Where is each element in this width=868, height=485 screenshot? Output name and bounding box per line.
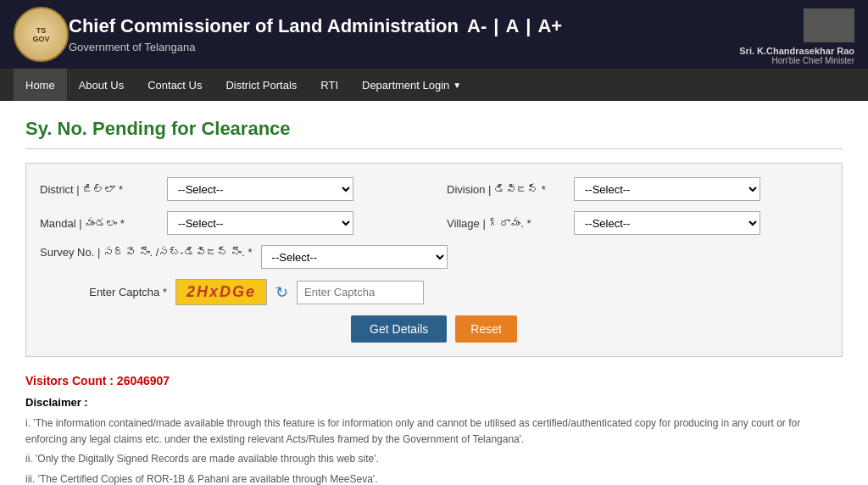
- navbar: Home About Us Contact Us District Portal…: [0, 69, 868, 101]
- official-title: Hon'ble Chief Minister: [739, 56, 854, 65]
- font-small-button[interactable]: A-: [467, 15, 487, 37]
- nav-district-portals[interactable]: District Portals: [214, 69, 309, 101]
- captcha-label: Enter Captcha *: [57, 286, 167, 298]
- disclaimer-text: i. 'The information contained/made avail…: [25, 415, 843, 485]
- form-row-3: Survey No. | సర్వే నెం. /సబ్-డివిజన్ నెం…: [40, 245, 828, 269]
- page-title: Sy. No. Pending for Clearance: [25, 118, 843, 149]
- division-group: Division | డివిజన్ * --Select--: [447, 177, 828, 201]
- nav-home[interactable]: Home: [14, 69, 67, 101]
- disclaimer-title: Disclaimer :: [25, 396, 843, 409]
- disclaimer-line-1: i. 'The information contained/made avail…: [25, 415, 843, 448]
- logo: TSGOV: [14, 7, 69, 62]
- main-content: Sy. No. Pending for Clearance District |…: [0, 101, 868, 485]
- official-photo: [804, 8, 854, 42]
- visitors-count: Visitors Count : 26046907: [25, 374, 843, 387]
- get-details-button[interactable]: Get Details: [351, 315, 447, 343]
- dropdown-arrow-icon: ▼: [453, 81, 461, 90]
- mandal-select[interactable]: --Select--: [167, 211, 353, 235]
- division-label: Division | డివిజన్ *: [447, 183, 565, 196]
- survey-label: Survey No. | సర్వే నెం. /సబ్-డివిజన్ నెం…: [40, 245, 253, 260]
- logo-text: TSGOV: [32, 26, 49, 43]
- district-label: District | జిల్లా *: [40, 183, 159, 196]
- village-select[interactable]: --Select--: [574, 211, 760, 235]
- search-form: District | జిల్లా * --Select-- Division …: [25, 163, 843, 357]
- district-group: District | జిల్లా * --Select--: [40, 177, 421, 201]
- mandal-label: Mandal | మండలం *: [40, 217, 159, 230]
- district-select[interactable]: --Select--: [167, 177, 353, 201]
- font-normal-button[interactable]: A: [505, 15, 519, 37]
- site-title: Chief Commissioner of Land Administratio…: [69, 15, 854, 37]
- nav-contact[interactable]: Contact Us: [136, 69, 214, 101]
- nav-rti[interactable]: RTI: [309, 69, 350, 101]
- captcha-input[interactable]: [297, 281, 424, 304]
- nav-dept-login[interactable]: Department Login ▼: [350, 69, 473, 101]
- disclaimer-line-2: ii. 'Only the Digitally Signed Records a…: [25, 451, 843, 467]
- captcha-image: 2HxDGe: [175, 279, 267, 305]
- header: TSGOV Chief Commissioner of Land Adminis…: [0, 0, 868, 69]
- disclaimer-line-3: iii. 'The Certified Copies of ROR-1B & P…: [25, 471, 843, 485]
- survey-group: Survey No. | సర్వే నెం. /సబ్-డివిజన్ నెం…: [40, 245, 828, 269]
- division-select[interactable]: --Select--: [574, 177, 760, 201]
- title-text: Chief Commissioner of Land Administratio…: [69, 15, 459, 37]
- captcha-refresh-icon[interactable]: ↻: [275, 283, 288, 302]
- village-group: Village | గ్రామం. * --Select--: [447, 211, 828, 235]
- survey-select[interactable]: --Select--: [261, 245, 448, 269]
- header-subtitle: Government of Telangana: [69, 41, 854, 53]
- form-row-1: District | జిల్లా * --Select-- Division …: [40, 177, 828, 201]
- village-label: Village | గ్రామం. *: [447, 217, 565, 230]
- button-row: Get Details Reset: [40, 315, 828, 343]
- reset-button[interactable]: Reset: [455, 315, 517, 343]
- official-name: Sri. K.Chandrasekhar Rao: [739, 46, 854, 56]
- header-title-block: Chief Commissioner of Land Administratio…: [69, 15, 854, 53]
- font-controls: A- | A | A+: [467, 15, 562, 37]
- font-large-button[interactable]: A+: [537, 15, 562, 37]
- form-row-2: Mandal | మండలం * --Select-- Village | గ్…: [40, 211, 828, 235]
- nav-about[interactable]: About Us: [67, 69, 136, 101]
- official-info: Sri. K.Chandrasekhar Rao Hon'ble Chief M…: [739, 8, 854, 65]
- captcha-row: Enter Captcha * 2HxDGe ↻: [40, 279, 828, 305]
- mandal-group: Mandal | మండలం * --Select--: [40, 211, 421, 235]
